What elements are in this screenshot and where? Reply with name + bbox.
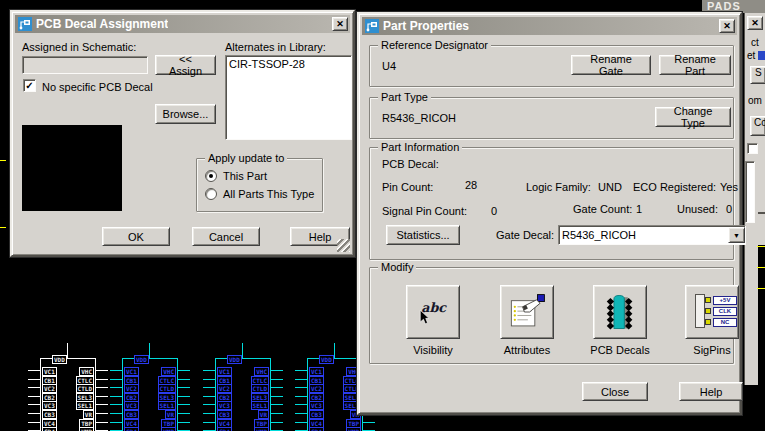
no-specific-decal-checkbox[interactable]: ✓	[23, 79, 36, 92]
pin-wire	[28, 370, 40, 371]
chevron-down-icon[interactable]: ▼	[728, 227, 745, 243]
pin-wire	[110, 422, 122, 423]
pin-count-label: Pin Count:	[382, 181, 433, 193]
pin-label: CB4	[42, 427, 57, 431]
pin-wire	[110, 404, 122, 405]
pin-wire	[295, 422, 307, 423]
pin-wire	[28, 387, 40, 388]
pin-wire	[110, 370, 122, 371]
pin-wire	[96, 422, 108, 423]
schematic-component[interactable]: VDDVC1CB1VC2CB2VC3CB3VC4CB4VC5VHCCTLCCTL…	[28, 343, 108, 431]
part-type-value: R5436_RICOH	[382, 112, 456, 124]
part-type-group: Part Type R5436_RICOH Change Type	[369, 97, 734, 139]
background-text-fragment: ct	[751, 37, 759, 48]
pin-label: VDD	[319, 355, 334, 364]
pin-label: CB4	[217, 427, 232, 431]
pin-label: VDD	[52, 355, 67, 364]
svg-text:abc: abc	[421, 300, 447, 315]
reference-designator-label: Reference Designator	[378, 39, 491, 51]
pin-wire	[271, 422, 283, 423]
pin-wire	[271, 404, 283, 405]
pads-logic-icon	[18, 17, 32, 31]
background-button-fragment[interactable]: Co	[750, 116, 765, 136]
pin-wire	[28, 413, 40, 414]
change-type-button[interactable]: Change Type	[655, 107, 731, 127]
pin-wire	[178, 379, 190, 380]
background-field-fragment	[745, 161, 755, 223]
pcb-decals-button-label: PCB Decals	[580, 344, 660, 356]
wire	[757, 246, 765, 247]
pin-wire	[363, 422, 375, 423]
part-properties-dialog: Part Properties ✕ Reference Designator U…	[357, 12, 742, 415]
logic-family-value: UND	[598, 181, 622, 193]
alternates-listbox[interactable]: CIR-TSSOP-28	[225, 55, 352, 140]
no-specific-decal-label: No specific PCB Decal	[42, 81, 153, 93]
pin-wire	[110, 387, 122, 388]
top-pin-wire	[67, 343, 68, 358]
dialog-title: PCB Decal Assignment	[36, 17, 168, 31]
background-checkbox-fragment[interactable]	[747, 143, 758, 154]
rename-part-button[interactable]: Rename Part	[659, 55, 731, 75]
pin-wire	[178, 387, 190, 388]
top-pin-wire	[242, 343, 243, 358]
pin-wire	[96, 396, 108, 397]
part-properties-titlebar[interactable]: Part Properties ✕	[362, 17, 737, 35]
pin-wire	[203, 404, 215, 405]
part-type-label: Part Type	[378, 91, 431, 103]
apply-update-group: Apply update to This Part All Parts This…	[196, 158, 323, 212]
gate-decal-label: Gate Decal:	[496, 229, 554, 241]
cancel-button[interactable]: Cancel	[192, 227, 260, 246]
visibility-abc-cursor-icon: abc	[413, 292, 453, 332]
help-button[interactable]: Help	[679, 382, 743, 401]
pin-wire	[203, 370, 215, 371]
ok-button[interactable]: OK	[102, 227, 170, 246]
pin-wire	[28, 422, 40, 423]
close-button[interactable]: Close	[582, 382, 648, 401]
pin-wire	[271, 379, 283, 380]
close-icon[interactable]: ✕	[719, 19, 735, 33]
visibility-button-label: Visibility	[393, 344, 473, 356]
signal-pin-count-value: 0	[491, 205, 497, 217]
schematic-component[interactable]: VDDVC1CB1VC2CB2VC3CB3VC4CB4VC5VHCCTLCCTL…	[203, 343, 283, 431]
pcb-decal-chip-icon	[600, 289, 640, 335]
schematic-component[interactable]: VDDVC1CB1VC2CB2VC3CB3VC4CB4VC5VHCCTLCCTL…	[110, 343, 190, 431]
sigpins-button-label: SigPins	[672, 344, 752, 356]
gate-count-label: Gate Count:	[573, 203, 632, 215]
pads-logic-icon	[365, 19, 379, 33]
list-item[interactable]: CIR-TSSOP-28	[229, 58, 348, 70]
all-parts-radio[interactable]	[205, 188, 217, 200]
attributes-document-hand-icon	[507, 290, 547, 334]
dialog-title: Part Properties	[383, 19, 469, 33]
apply-update-label: Apply update to	[205, 152, 287, 164]
visibility-button[interactable]: abc	[406, 285, 460, 339]
pin-wire	[203, 387, 215, 388]
pin-wire	[96, 370, 108, 371]
background-button-fragment[interactable]: S	[750, 66, 765, 84]
resize-grip[interactable]	[337, 239, 350, 252]
browse-button[interactable]: Browse...	[155, 104, 216, 124]
reference-designator-value: U4	[382, 60, 396, 72]
divider	[758, 212, 765, 214]
gate-decal-combobox[interactable]: R5436_RICOH ▼	[558, 225, 746, 245]
assigned-in-schematic-input[interactable]	[22, 56, 148, 74]
wire	[757, 288, 765, 289]
sigpins-button[interactable]: +5V CLK NC	[685, 285, 739, 339]
all-parts-label: All Parts This Type	[223, 188, 314, 200]
statistics-button[interactable]: Statistics...	[386, 225, 460, 245]
pin-count-value: 28	[465, 179, 477, 191]
pcb-decal-dialog-titlebar[interactable]: PCB Decal Assignment ✕	[15, 15, 350, 33]
rename-gate-button[interactable]: Rename Gate	[571, 55, 651, 75]
background-close-icon[interactable]: ✕	[747, 16, 763, 30]
this-part-label: This Part	[223, 170, 267, 182]
pin-wire	[271, 413, 283, 414]
this-part-radio[interactable]	[205, 170, 217, 182]
wire	[757, 267, 765, 268]
top-pin-wire	[149, 343, 150, 358]
alternates-in-library-label: Alternates in Library:	[225, 41, 326, 53]
close-icon[interactable]: ✕	[332, 17, 348, 31]
assign-button[interactable]: << Assign	[155, 55, 216, 75]
attributes-button[interactable]	[500, 285, 554, 339]
pcb-decal-assignment-dialog: PCB Decal Assignment ✕ Assigned in Schem…	[10, 10, 355, 257]
pin-wire	[295, 370, 307, 371]
pcb-decals-button[interactable]	[593, 285, 647, 339]
